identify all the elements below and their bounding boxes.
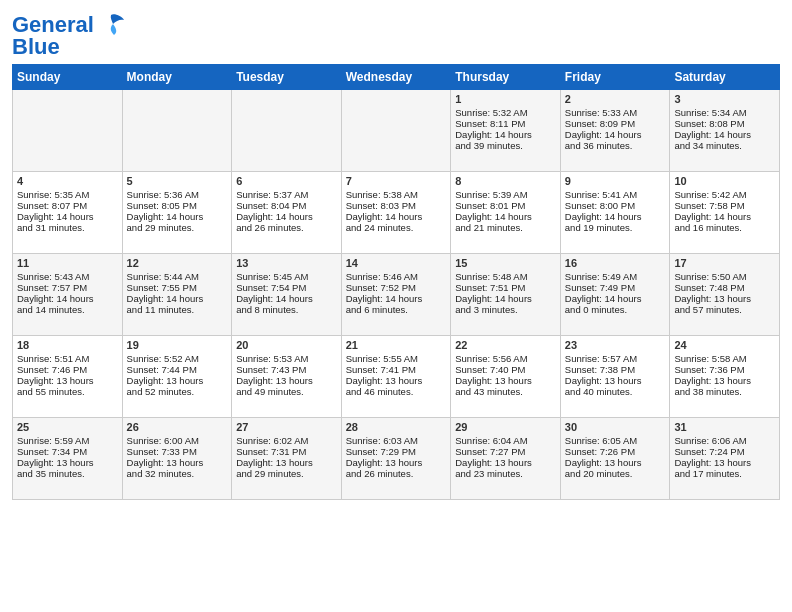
calendar-cell: 31Sunrise: 6:06 AMSunset: 7:24 PMDayligh… xyxy=(670,418,780,500)
cell-content-line: Daylight: 14 hours xyxy=(565,211,666,222)
cell-content-line: Sunrise: 5:39 AM xyxy=(455,189,556,200)
day-number: 21 xyxy=(346,339,447,351)
cell-content-line: and 49 minutes. xyxy=(236,386,337,397)
calendar-cell: 1Sunrise: 5:32 AMSunset: 8:11 PMDaylight… xyxy=(451,90,561,172)
day-number: 23 xyxy=(565,339,666,351)
weekday-header-sunday: Sunday xyxy=(13,65,123,90)
cell-content-line: Daylight: 13 hours xyxy=(127,375,228,386)
day-number: 22 xyxy=(455,339,556,351)
cell-content-line: and 57 minutes. xyxy=(674,304,775,315)
cell-content-line: Sunset: 7:40 PM xyxy=(455,364,556,375)
cell-content-line: Sunrise: 5:38 AM xyxy=(346,189,447,200)
cell-content-line: Sunrise: 6:05 AM xyxy=(565,435,666,446)
cell-content-line: Sunrise: 5:57 AM xyxy=(565,353,666,364)
cell-content-line: Sunrise: 5:36 AM xyxy=(127,189,228,200)
cell-content-line: Sunrise: 5:33 AM xyxy=(565,107,666,118)
cell-content-line: Daylight: 13 hours xyxy=(455,457,556,468)
calendar-cell: 11Sunrise: 5:43 AMSunset: 7:57 PMDayligh… xyxy=(13,254,123,336)
cell-content-line: and 21 minutes. xyxy=(455,222,556,233)
cell-content-line: Sunrise: 6:06 AM xyxy=(674,435,775,446)
calendar-cell: 19Sunrise: 5:52 AMSunset: 7:44 PMDayligh… xyxy=(122,336,232,418)
day-number: 12 xyxy=(127,257,228,269)
cell-content-line: Daylight: 14 hours xyxy=(565,293,666,304)
cell-content-line: Sunrise: 6:00 AM xyxy=(127,435,228,446)
weekday-header-monday: Monday xyxy=(122,65,232,90)
cell-content-line: Sunset: 7:48 PM xyxy=(674,282,775,293)
cell-content-line: Daylight: 14 hours xyxy=(565,129,666,140)
cell-content-line: Sunset: 7:24 PM xyxy=(674,446,775,457)
cell-content-line: Sunrise: 5:45 AM xyxy=(236,271,337,282)
cell-content-line: Daylight: 13 hours xyxy=(565,457,666,468)
calendar-cell: 30Sunrise: 6:05 AMSunset: 7:26 PMDayligh… xyxy=(560,418,670,500)
cell-content-line: Daylight: 13 hours xyxy=(346,375,447,386)
logo-blue-text: Blue xyxy=(12,36,60,58)
cell-content-line: Daylight: 13 hours xyxy=(565,375,666,386)
cell-content-line: Sunset: 7:41 PM xyxy=(346,364,447,375)
cell-content-line: Sunrise: 5:59 AM xyxy=(17,435,118,446)
day-number: 6 xyxy=(236,175,337,187)
cell-content-line: Sunset: 7:46 PM xyxy=(17,364,118,375)
cell-content-line: and 14 minutes. xyxy=(17,304,118,315)
cell-content-line: and 6 minutes. xyxy=(346,304,447,315)
cell-content-line: Sunrise: 5:32 AM xyxy=(455,107,556,118)
cell-content-line: Sunrise: 5:42 AM xyxy=(674,189,775,200)
calendar-cell: 9Sunrise: 5:41 AMSunset: 8:00 PMDaylight… xyxy=(560,172,670,254)
calendar-cell: 23Sunrise: 5:57 AMSunset: 7:38 PMDayligh… xyxy=(560,336,670,418)
logo-bird-icon xyxy=(96,10,126,40)
cell-content-line: Sunrise: 5:34 AM xyxy=(674,107,775,118)
cell-content-line: Sunset: 7:51 PM xyxy=(455,282,556,293)
cell-content-line: Daylight: 13 hours xyxy=(674,293,775,304)
cell-content-line: Sunrise: 5:50 AM xyxy=(674,271,775,282)
cell-content-line: Daylight: 14 hours xyxy=(17,293,118,304)
cell-content-line: and 43 minutes. xyxy=(455,386,556,397)
cell-content-line: Sunset: 7:27 PM xyxy=(455,446,556,457)
day-number: 4 xyxy=(17,175,118,187)
main-container: General Blue SundayMondayTuesdayWednesda… xyxy=(0,0,792,506)
day-number: 28 xyxy=(346,421,447,433)
cell-content-line: Sunset: 7:52 PM xyxy=(346,282,447,293)
cell-content-line: Daylight: 13 hours xyxy=(674,375,775,386)
cell-content-line: and 40 minutes. xyxy=(565,386,666,397)
day-number: 2 xyxy=(565,93,666,105)
calendar-cell: 3Sunrise: 5:34 AMSunset: 8:08 PMDaylight… xyxy=(670,90,780,172)
cell-content-line: Sunrise: 5:53 AM xyxy=(236,353,337,364)
cell-content-line: Sunset: 8:05 PM xyxy=(127,200,228,211)
cell-content-line: Sunset: 7:38 PM xyxy=(565,364,666,375)
cell-content-line: and 29 minutes. xyxy=(236,468,337,479)
cell-content-line: Sunset: 8:01 PM xyxy=(455,200,556,211)
cell-content-line: and 35 minutes. xyxy=(17,468,118,479)
calendar-cell: 16Sunrise: 5:49 AMSunset: 7:49 PMDayligh… xyxy=(560,254,670,336)
day-number: 14 xyxy=(346,257,447,269)
calendar-cell: 27Sunrise: 6:02 AMSunset: 7:31 PMDayligh… xyxy=(232,418,342,500)
cell-content-line: Daylight: 14 hours xyxy=(236,293,337,304)
cell-content-line: Sunrise: 5:43 AM xyxy=(17,271,118,282)
cell-content-line: Sunrise: 6:03 AM xyxy=(346,435,447,446)
cell-content-line: Sunset: 7:49 PM xyxy=(565,282,666,293)
cell-content-line: and 46 minutes. xyxy=(346,386,447,397)
cell-content-line: Daylight: 14 hours xyxy=(127,293,228,304)
day-number: 5 xyxy=(127,175,228,187)
day-number: 7 xyxy=(346,175,447,187)
cell-content-line: Sunset: 7:58 PM xyxy=(674,200,775,211)
cell-content-line: Sunset: 8:08 PM xyxy=(674,118,775,129)
cell-content-line: and 39 minutes. xyxy=(455,140,556,151)
calendar-week-3: 11Sunrise: 5:43 AMSunset: 7:57 PMDayligh… xyxy=(13,254,780,336)
day-number: 8 xyxy=(455,175,556,187)
calendar-cell xyxy=(13,90,123,172)
cell-content-line: Sunset: 8:07 PM xyxy=(17,200,118,211)
cell-content-line: and 26 minutes. xyxy=(346,468,447,479)
day-number: 31 xyxy=(674,421,775,433)
cell-content-line: Sunset: 7:57 PM xyxy=(17,282,118,293)
calendar-cell: 18Sunrise: 5:51 AMSunset: 7:46 PMDayligh… xyxy=(13,336,123,418)
cell-content-line: Sunset: 7:26 PM xyxy=(565,446,666,457)
day-number: 10 xyxy=(674,175,775,187)
day-number: 25 xyxy=(17,421,118,433)
cell-content-line: and 29 minutes. xyxy=(127,222,228,233)
cell-content-line: Sunrise: 5:56 AM xyxy=(455,353,556,364)
cell-content-line: Daylight: 14 hours xyxy=(455,211,556,222)
cell-content-line: and 16 minutes. xyxy=(674,222,775,233)
cell-content-line: and 32 minutes. xyxy=(127,468,228,479)
logo: General Blue xyxy=(12,10,126,58)
calendar-cell: 17Sunrise: 5:50 AMSunset: 7:48 PMDayligh… xyxy=(670,254,780,336)
cell-content-line: and 0 minutes. xyxy=(565,304,666,315)
